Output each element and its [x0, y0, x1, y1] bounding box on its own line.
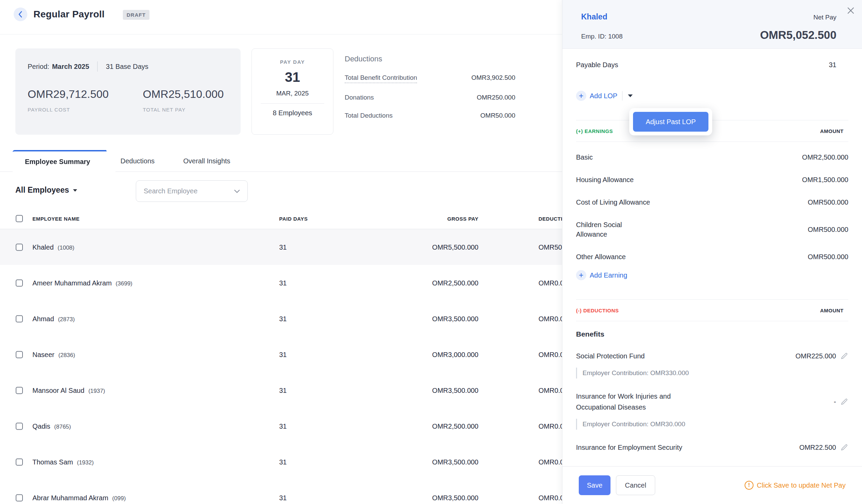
employee-number: (1937)	[88, 387, 105, 394]
paid-days: 31	[279, 243, 287, 251]
table-row[interactable]: Qadis (8765) 31 OMR2,500.000 OMR0.000	[0, 408, 562, 444]
earning-row: Children Social Allowance OMR500.000	[576, 213, 848, 246]
employer-contribution-note: Employer Contribution: OMR330.000	[576, 368, 848, 379]
earning-value: OMR2,500.000	[802, 154, 848, 161]
payday-card: PAY DAY 31 MAR, 2025 8 Employees	[251, 49, 334, 135]
edit-icon[interactable]	[840, 443, 848, 451]
paid-days: 31	[279, 422, 287, 430]
panel-employee-name[interactable]: Khaled	[581, 12, 608, 22]
employee-filter-dropdown[interactable]: All Employees	[15, 186, 77, 195]
filter-label: All Employees	[15, 186, 69, 194]
table-row[interactable]: Thomas Sam (1932) 31 OMR3,500.000 OMR0.0…	[0, 444, 562, 480]
add-earning-row: + Add Earning	[576, 270, 848, 280]
employee-name: Ameer Muhammad Akram (3699)	[32, 279, 132, 287]
back-button[interactable]	[14, 8, 27, 21]
amount-header: AMOUNT	[820, 308, 848, 314]
row-checkbox[interactable]	[16, 315, 23, 322]
col-paid-days: PAID DAYS	[279, 215, 308, 221]
employee-number: (8765)	[54, 423, 71, 430]
add-lop-dropdown: Adjust Past LOP	[629, 108, 712, 135]
payday-employee-count: 8 Employees	[252, 109, 333, 117]
add-earning-button[interactable]: + Add Earning	[576, 270, 627, 280]
earning-row: Other Allowance OMR500.000	[576, 246, 848, 268]
earning-value: OMR1,500.000	[802, 176, 848, 184]
tab-deductions[interactable]: Deductions	[120, 150, 155, 172]
gross-pay: OMR5,500.000	[358, 243, 479, 251]
row-checkbox[interactable]	[16, 243, 23, 251]
deduction-summary-row: Total Benefit Contribution OMR3,902.500	[345, 74, 515, 83]
row-checkbox[interactable]	[16, 423, 23, 430]
table-row[interactable]: Ameer Muhammad Akram (3699) 31 OMR2,500.…	[0, 265, 562, 301]
row-deductions: OMR0.000	[538, 494, 562, 502]
row-deductions: OMR0.000	[538, 279, 562, 287]
employee-name: Qadis (8765)	[32, 422, 71, 430]
earning-label: Basic	[576, 152, 593, 162]
earning-row: Housing Allowance OMR1,500.000	[576, 169, 848, 191]
tab-employee-summary[interactable]: Employee Summary	[13, 150, 116, 172]
paid-days: 31	[279, 458, 287, 466]
total-benefit-contribution-label[interactable]: Total Benefit Contribution	[345, 74, 417, 83]
earnings-header: (+) EARNINGS	[576, 128, 613, 134]
paid-days: 31	[279, 315, 287, 322]
payroll-cost-label: PAYROLL COST	[28, 107, 108, 112]
caret-down-icon[interactable]	[628, 94, 633, 97]
edit-icon[interactable]	[840, 398, 848, 406]
earning-value: OMR500.000	[808, 226, 848, 234]
period-value: March 2025	[52, 63, 89, 70]
payable-days-label: Payable Days	[576, 61, 618, 69]
paid-days: 31	[279, 350, 287, 358]
select-all-checkbox[interactable]	[16, 215, 23, 222]
save-button[interactable]: Save	[579, 475, 611, 495]
table-row[interactable]: Ahmad (2873) 31 OMR3,500.000 OMR0.000	[0, 301, 562, 336]
row-checkbox[interactable]	[16, 387, 23, 394]
col-gross-pay: GROSS PAY	[358, 215, 479, 221]
table-row[interactable]: Mansoor Al Saud (1937) 31 OMR3,500.000 O…	[0, 372, 562, 408]
row-checkbox[interactable]	[16, 279, 23, 287]
donations-label: Donations	[345, 94, 374, 101]
status-badge: DRAFT	[123, 10, 149, 20]
employee-name: Khaled (1008)	[32, 243, 74, 251]
plus-icon: +	[576, 91, 586, 101]
earning-label: Housing Allowance	[576, 175, 634, 185]
cancel-button[interactable]: Cancel	[616, 475, 655, 495]
col-employee-name: EMPLOYEE NAME	[32, 215, 79, 221]
row-deductions: OMR0.000	[538, 315, 562, 322]
close-button[interactable]	[846, 5, 856, 16]
adjust-past-lop-option[interactable]: Adjust Past LOP	[633, 112, 708, 132]
panel-body: Payable Days 31 + Add LOP (+) EARNINGS A…	[576, 49, 848, 466]
tab-overall-insights[interactable]: Overall Insights	[183, 150, 230, 172]
employee-detail-panel: Khaled Net Pay Emp. ID: 1008 OMR5,052.50…	[562, 0, 862, 504]
employee-table: EMPLOYEE NAME PAID DAYS GROSS PAY DEDUCT…	[0, 208, 562, 504]
search-placeholder: Search Employee	[144, 187, 234, 195]
row-checkbox[interactable]	[16, 351, 23, 358]
employee-name: Ahmad (2873)	[32, 315, 75, 322]
benefit-value: OMR22.500	[799, 443, 836, 451]
edit-icon[interactable]	[840, 352, 848, 360]
benefits-title: Benefits	[576, 330, 848, 338]
benefit-label: Insurance for Work Injuries and Occupati…	[576, 391, 706, 413]
table-header-row: EMPLOYEE NAME PAID DAYS GROSS PAY DEDUCT…	[0, 208, 562, 229]
earning-row: Basic OMR2,500.000	[576, 146, 848, 169]
table-row[interactable]: Khaled (1008) 31 OMR5,500.000 OMR50.000	[0, 229, 562, 265]
close-icon	[847, 7, 854, 14]
table-row[interactable]: Naseer (2836) 31 OMR3,000.000 OMR0.000	[0, 336, 562, 372]
add-lop-label: Add LOP	[590, 92, 617, 100]
earnings-header-band: (+) EARNINGS AMOUNT	[576, 120, 848, 142]
payday-label: PAY DAY	[252, 59, 333, 65]
add-lop-button[interactable]: + Add LOP	[576, 91, 617, 101]
table-row[interactable]: Abrar Muhammad Akram (099) 31 OMR3,500.0…	[0, 480, 562, 504]
search-employee-select[interactable]: Search Employee	[136, 181, 248, 202]
employee-name: Abrar Muhammad Akram (099)	[32, 494, 126, 502]
employee-number: (2836)	[58, 352, 75, 358]
tab-bar: Employee Summary Deductions Overall Insi…	[0, 150, 562, 172]
gross-pay: OMR3,500.000	[358, 494, 479, 502]
earning-label: Other Allowance	[576, 252, 626, 262]
net-pay-value: OMR5,052.500	[760, 29, 836, 42]
row-checkbox[interactable]	[16, 494, 23, 501]
employee-name: Mansoor Al Saud (1937)	[32, 386, 105, 394]
row-checkbox[interactable]	[16, 458, 23, 465]
row-deductions: OMR0.000	[538, 350, 562, 358]
payday-day: 31	[252, 69, 333, 85]
deductions-summary: Deductions Total Benefit Contribution OM…	[345, 55, 515, 119]
total-deductions-label: Total Deductions	[345, 112, 392, 119]
